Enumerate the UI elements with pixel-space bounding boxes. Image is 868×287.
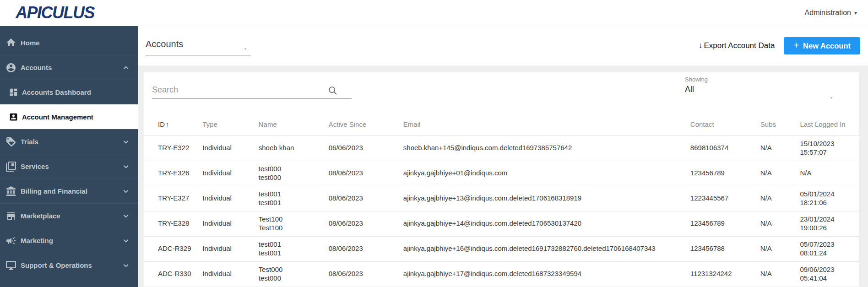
sidebar-item-marketing[interactable]: Marketing bbox=[0, 228, 138, 253]
sidebar-item-label: Services bbox=[21, 162, 49, 170]
cell-subs: N/A bbox=[760, 236, 800, 261]
cell-last-logged-in: N/A bbox=[800, 161, 859, 186]
chevron-down-icon bbox=[243, 45, 248, 51]
table-row[interactable]: TRY-E326 Individual test000 test000 08/0… bbox=[144, 161, 859, 186]
sidebar-item-support-operations[interactable]: Support & Operations bbox=[0, 253, 138, 277]
column-header-active-since[interactable]: Active Since bbox=[329, 114, 403, 135]
cell-id: ADC-R330 bbox=[144, 261, 202, 287]
administration-menu-label: Administration bbox=[805, 9, 851, 17]
table-row[interactable]: ADC-R329 Individual test001 test001 08/0… bbox=[144, 236, 859, 261]
cell-email: shoeb.khan+145@indiqus.com.deleted169738… bbox=[403, 135, 690, 161]
topbar: APICULUS Administration ▾ bbox=[0, 0, 868, 26]
cell-type: Individual bbox=[202, 186, 258, 211]
column-header-type[interactable]: Type bbox=[202, 114, 258, 135]
export-account-data-button[interactable]: ↓ Export Account Data bbox=[699, 41, 775, 50]
search-icon[interactable] bbox=[327, 85, 338, 96]
home-icon bbox=[5, 37, 16, 48]
sidebar-item-trials[interactable]: Trials bbox=[0, 129, 138, 154]
sidebar-item-label: Marketing bbox=[21, 237, 53, 244]
column-header-subs[interactable]: Subs bbox=[760, 114, 800, 135]
cell-name: test001 test001 bbox=[259, 186, 329, 211]
cell-email: ajinkya.gajbhiye+14@indiqus.com.deleted1… bbox=[403, 211, 690, 236]
plus-icon: + bbox=[793, 41, 799, 50]
column-header-contact[interactable]: Contact bbox=[690, 114, 760, 135]
cell-last-logged-in: 15/10/2023 15:57:07 bbox=[800, 135, 859, 161]
column-header-last-logged-in[interactable]: Last Logged In bbox=[800, 114, 859, 135]
accounts-card: Showing All ID↑ Type Name Active Since E… bbox=[144, 72, 859, 287]
new-account-button[interactable]: + New Account bbox=[784, 37, 860, 54]
column-header-email[interactable]: Email bbox=[403, 114, 690, 135]
chevron-down-icon bbox=[121, 260, 131, 271]
cell-subs: N/A bbox=[760, 161, 800, 186]
filter-row: Showing All bbox=[144, 72, 859, 114]
sidebar-item-accounts[interactable]: Accounts bbox=[0, 55, 138, 80]
sidebar-item-accounts-dashboard[interactable]: Accounts Dashboard bbox=[0, 80, 138, 104]
cell-type: Individual bbox=[202, 135, 258, 161]
administration-menu[interactable]: Administration ▾ bbox=[805, 9, 857, 17]
sidebar-item-label: Accounts bbox=[21, 64, 52, 71]
cell-id: TRY-E322 bbox=[144, 135, 202, 161]
table-row[interactable]: TRY-E327 Individual test001 test001 08/0… bbox=[144, 186, 859, 211]
page-header: Accounts ↓ Export Account Data + New Acc… bbox=[138, 26, 868, 65]
cell-last-logged-in: 23/01/2024 19:00:26 bbox=[800, 211, 859, 236]
tag-icon bbox=[5, 136, 16, 147]
cell-type: Individual bbox=[202, 236, 258, 261]
cell-id: TRY-E328 bbox=[144, 211, 202, 236]
chevron-down-icon bbox=[121, 186, 131, 196]
sidebar-item-label: Billing and Financial bbox=[21, 187, 87, 195]
chevron-up-icon bbox=[121, 63, 131, 73]
cell-contact: 8698106374 bbox=[690, 135, 760, 161]
table-row[interactable]: TRY-E328 Individual Test100 Test100 08/0… bbox=[144, 211, 859, 236]
sidebar-item-marketplace[interactable]: Marketplace bbox=[0, 203, 138, 228]
sidebar-item-services[interactable]: Services bbox=[0, 154, 138, 179]
download-icon: ↓ bbox=[699, 41, 703, 50]
table-row[interactable]: TRY-E322 Individual shoeb khan 06/06/202… bbox=[144, 135, 859, 161]
search-field bbox=[152, 81, 352, 99]
column-header-id[interactable]: ID↑ bbox=[144, 114, 202, 135]
sidebar-item-account-management[interactable]: Account Management bbox=[0, 104, 138, 129]
cell-email: ajinkya.gajbhiye+16@indiqus.com.deleted1… bbox=[403, 236, 690, 261]
showing-select[interactable]: Showing All bbox=[685, 76, 834, 104]
header-actions: ↓ Export Account Data + New Account bbox=[699, 37, 860, 54]
cell-subs: N/A bbox=[760, 211, 800, 236]
sidebar-item-label: Trials bbox=[21, 138, 38, 146]
cell-contact: 123456788 bbox=[690, 236, 760, 261]
cell-id: TRY-E327 bbox=[144, 186, 202, 211]
cell-name: test000 test000 bbox=[259, 161, 329, 186]
dashboard-icon bbox=[9, 87, 18, 97]
sidebar-item-billing-and-financial[interactable]: Billing and Financial bbox=[0, 179, 138, 203]
cell-contact: 123456789 bbox=[690, 161, 760, 186]
sidebar-item-label: Marketplace bbox=[21, 212, 60, 220]
cell-type: Individual bbox=[202, 261, 258, 287]
chevron-down-icon bbox=[121, 211, 131, 221]
sidebar-item-home[interactable]: Home bbox=[0, 30, 138, 55]
showing-value: All bbox=[685, 85, 834, 94]
cell-subs: N/A bbox=[760, 186, 800, 211]
cell-name: test001 test001 bbox=[259, 236, 329, 261]
cell-active-since: 08/06/2023 bbox=[329, 236, 403, 261]
sort-asc-icon: ↑ bbox=[166, 120, 169, 128]
chevron-down-icon: ▾ bbox=[854, 10, 857, 16]
cell-type: Individual bbox=[202, 211, 258, 236]
sidebar-item-label: Account Management bbox=[22, 113, 93, 121]
search-input[interactable] bbox=[152, 81, 331, 98]
section-select[interactable]: Accounts bbox=[146, 36, 251, 56]
table-header-row: ID↑ Type Name Active Since Email Contact… bbox=[144, 114, 859, 135]
cell-contact: 123456789 bbox=[690, 211, 760, 236]
section-select-value: Accounts bbox=[146, 39, 183, 49]
apiculus-logo[interactable]: APICULUS bbox=[16, 3, 94, 23]
store-icon bbox=[5, 211, 16, 222]
accounts-icon bbox=[5, 62, 16, 73]
bank-icon bbox=[5, 186, 16, 197]
cell-contact: 1223445567 bbox=[690, 186, 760, 211]
monitor-icon bbox=[5, 260, 16, 271]
chevron-down-icon bbox=[121, 162, 131, 172]
cell-active-since: 08/06/2023 bbox=[329, 211, 403, 236]
cell-last-logged-in: 09/06/2023 05:41:04 bbox=[800, 261, 859, 287]
showing-label: Showing bbox=[685, 76, 834, 83]
column-header-name[interactable]: Name bbox=[259, 114, 329, 135]
account-badge-icon bbox=[9, 112, 18, 122]
cell-email: ajinkya.gajbhiye+13@indiqus.com.deleted1… bbox=[403, 186, 690, 211]
table-row[interactable]: ADC-R330 Individual Test000 test000 08/0… bbox=[144, 261, 859, 287]
cell-name: Test100 Test100 bbox=[259, 211, 329, 236]
